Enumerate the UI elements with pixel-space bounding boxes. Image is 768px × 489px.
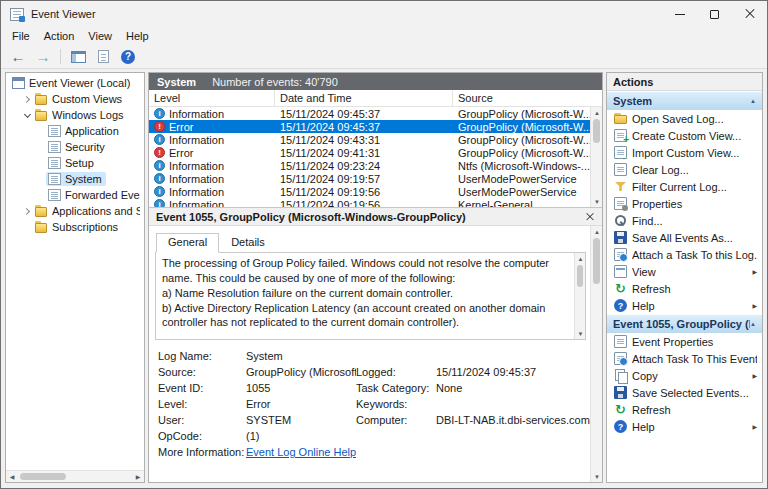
tab-general[interactable]: General xyxy=(156,233,219,253)
field-value: None xyxy=(436,382,590,394)
properties-button[interactable] xyxy=(92,47,114,67)
cell-level: !Error xyxy=(149,121,275,133)
event-row[interactable]: iInformation15/11/2024 09:19:56Kernel-Ge… xyxy=(149,198,590,207)
action-item-label: Filter Current Log... xyxy=(632,181,757,193)
action-copy[interactable]: Copy▶ xyxy=(607,367,762,384)
close-preview-button[interactable] xyxy=(585,212,595,222)
field-value: Error xyxy=(246,398,356,410)
tree-item-security[interactable]: Security xyxy=(6,139,144,155)
tree-item-label: Event Viewer (Local) xyxy=(29,77,130,89)
event-row[interactable]: iInformation15/11/2024 09:23:24Ntfs (Mic… xyxy=(149,159,590,172)
event-row[interactable]: !Error15/11/2024 09:45:37GroupPolicy (Mi… xyxy=(149,120,590,133)
event-list-scrollbar[interactable]: ▲ ▼ xyxy=(590,107,602,207)
expander-spacer xyxy=(23,223,32,232)
event-row[interactable]: iInformation15/11/2024 09:45:37GroupPoli… xyxy=(149,107,590,120)
action-save-selected-events[interactable]: Save Selected Events... xyxy=(607,384,762,401)
action-refresh[interactable]: ↻Refresh xyxy=(607,401,762,418)
event-row[interactable]: iInformation15/11/2024 09:19:56UserModeP… xyxy=(149,185,590,198)
scrollbar-track[interactable] xyxy=(18,471,132,482)
help-button[interactable]: ? xyxy=(117,47,139,67)
tree-item-custom-views[interactable]: Custom Views xyxy=(6,91,144,107)
tree-item-application[interactable]: Application xyxy=(6,123,144,139)
scrollbar-thumb[interactable] xyxy=(593,238,600,284)
back-button[interactable]: ← xyxy=(7,47,29,67)
field-label: Computer: xyxy=(356,414,436,426)
action-filter-current-log[interactable]: Filter Current Log... xyxy=(607,178,762,195)
actions-section-event-1055-grouppolicy-microsoft[interactable]: Event 1055, GroupPolicy (Microsoft-...▲ xyxy=(607,315,762,333)
info-icon: i xyxy=(154,160,165,171)
action-properties[interactable]: Properties xyxy=(607,195,762,212)
tree-item-subscriptions[interactable]: Subscriptions xyxy=(6,219,144,235)
scrollbar-thumb[interactable] xyxy=(593,119,600,143)
column-header-level[interactable]: Level xyxy=(149,90,275,106)
maximize-button[interactable] xyxy=(697,1,732,27)
scroll-up-icon[interactable]: ▲ xyxy=(591,226,603,237)
horizontal-scrollbar[interactable]: ◀ ▶ xyxy=(6,470,144,482)
tree-item-label: Security xyxy=(65,141,105,153)
chevron-right-icon[interactable] xyxy=(23,95,32,104)
action-clear-log[interactable]: Clear Log... xyxy=(607,161,762,178)
tree-node: Setup xyxy=(46,156,98,170)
menu-action[interactable]: Action xyxy=(37,28,82,44)
action-view[interactable]: View▶ xyxy=(607,263,762,280)
scroll-up-icon[interactable]: ▲ xyxy=(591,107,602,118)
tab-details[interactable]: Details xyxy=(219,233,277,252)
tree-item-event-viewer-local[interactable]: Event Viewer (Local) xyxy=(6,75,144,91)
scrollbar-track[interactable] xyxy=(575,264,585,328)
column-header-source[interactable]: Source xyxy=(453,90,602,106)
scrollbar-track[interactable] xyxy=(591,118,602,196)
action-save-all-events-as[interactable]: Save All Events As... xyxy=(607,229,762,246)
tree-item-windows-logs[interactable]: Windows Logs xyxy=(6,107,144,123)
scrollbar-thumb[interactable] xyxy=(20,473,66,480)
scroll-up-icon[interactable]: ▲ xyxy=(575,253,586,264)
refresh-icon: ↻ xyxy=(614,282,627,295)
action-help[interactable]: ?Help▶ xyxy=(607,418,762,435)
action-attach-a-task-to-this-log[interactable]: Attach a Task To this Log... xyxy=(607,246,762,263)
show-console-tree-button[interactable] xyxy=(67,47,89,67)
tree-item-setup[interactable]: Setup xyxy=(6,155,144,171)
action-event-properties[interactable]: Event Properties xyxy=(607,333,762,350)
menu-help[interactable]: Help xyxy=(119,28,156,44)
actions-section-system[interactable]: System▲ xyxy=(607,92,762,110)
preview-scrollbar[interactable]: ▲ ▼ xyxy=(590,226,602,482)
menu-file[interactable]: File xyxy=(5,28,37,44)
expander-spacer xyxy=(36,143,45,152)
event-row[interactable]: !Error15/11/2024 09:41:31GroupPolicy (Mi… xyxy=(149,146,590,159)
scroll-down-icon[interactable]: ▼ xyxy=(591,196,602,207)
action-create-custom-view[interactable]: Create Custom View... xyxy=(607,127,762,144)
action-import-custom-view[interactable]: Import Custom View... xyxy=(607,144,762,161)
tree-item-forwarded-events[interactable]: Forwarded Events xyxy=(6,187,144,203)
tree-item-system[interactable]: System xyxy=(6,171,144,187)
action-refresh[interactable]: ↻Refresh xyxy=(607,280,762,297)
chevron-right-icon[interactable] xyxy=(23,207,32,216)
scroll-left-icon[interactable]: ◀ xyxy=(6,471,18,482)
tree-item-applications-and-services-log[interactable]: Applications and Services Log xyxy=(6,203,144,219)
scrollbar-thumb[interactable] xyxy=(577,265,583,287)
scroll-right-icon[interactable]: ▶ xyxy=(132,471,144,482)
cell-source: GroupPolicy (Microsoft-W... xyxy=(453,134,590,146)
scroll-down-icon[interactable]: ▼ xyxy=(575,328,586,339)
action-help[interactable]: ?Help▶ xyxy=(607,297,762,314)
action-attach-task-to-this-event[interactable]: Attach Task To This Event... xyxy=(607,350,762,367)
menu-view[interactable]: View xyxy=(81,28,119,44)
column-header-date-and-time[interactable]: Date and Time xyxy=(275,90,453,106)
section-title: System xyxy=(613,95,750,107)
close-button[interactable] xyxy=(732,1,767,27)
action-open-saved-log[interactable]: Open Saved Log... xyxy=(607,110,762,127)
event-log-online-help-link[interactable]: Event Log Online Help xyxy=(246,446,356,458)
scrollbar-track[interactable] xyxy=(591,237,602,471)
find-icon xyxy=(614,214,627,227)
scroll-down-icon[interactable]: ▼ xyxy=(591,471,603,482)
log-name: System xyxy=(157,76,196,88)
cell-datetime: 15/11/2024 09:41:31 xyxy=(275,147,453,159)
minimize-button[interactable] xyxy=(662,1,697,27)
description-scrollbar[interactable]: ▲ ▼ xyxy=(574,253,585,339)
event-row[interactable]: iInformation15/11/2024 09:43:31GroupPoli… xyxy=(149,133,590,146)
chevron-down-icon[interactable] xyxy=(23,111,32,120)
tree-node: Security xyxy=(46,140,109,154)
action-find[interactable]: Find... xyxy=(607,212,762,229)
forward-button[interactable]: → xyxy=(32,47,54,67)
field-label: Keywords: xyxy=(356,398,436,410)
tree-node: Forwarded Events xyxy=(46,188,144,202)
event-row[interactable]: iInformation15/11/2024 09:19:57UserModeP… xyxy=(149,172,590,185)
